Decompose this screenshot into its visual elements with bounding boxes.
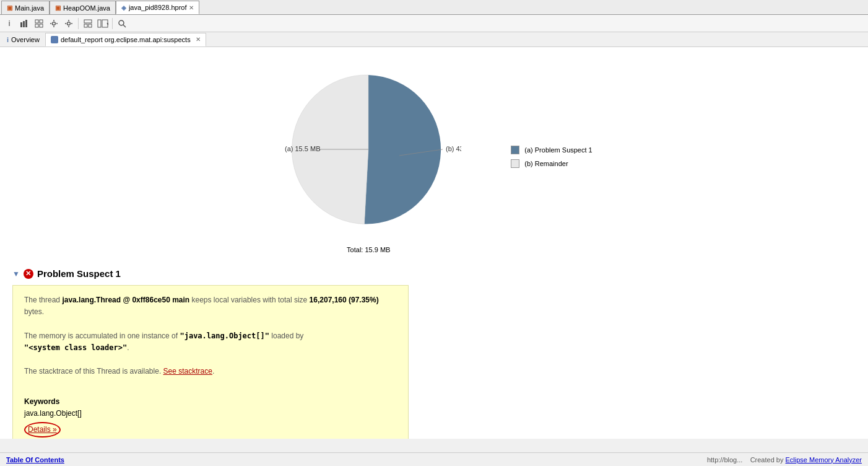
suspect-header[interactable]: ▼ ✕ Problem Suspect 1 bbox=[12, 268, 856, 279]
layout2-button[interactable]: ▼ bbox=[96, 17, 110, 30]
legend-box-b bbox=[511, 159, 519, 168]
memory-text-3: . bbox=[127, 343, 129, 352]
hprof-icon: ◈ bbox=[121, 4, 126, 11]
keywords-section: Keywords java.lang.Object[] bbox=[24, 396, 397, 420]
desc-bold-size: 16,207,160 (97.35%) bbox=[310, 296, 379, 304]
chart-button[interactable] bbox=[17, 17, 31, 30]
svg-point-8 bbox=[67, 22, 71, 25]
legend-label-b: (b) Remainder bbox=[524, 160, 568, 167]
legend-label-a: (a) Problem Suspect 1 bbox=[524, 146, 592, 154]
svg-rect-10 bbox=[84, 24, 87, 27]
svg-rect-0 bbox=[20, 22, 22, 27]
svg-rect-9 bbox=[84, 20, 92, 23]
error-icon: ✕ bbox=[24, 269, 33, 279]
svg-rect-4 bbox=[40, 20, 43, 23]
info-box: The thread java.lang.Thread @ 0xff86ce50… bbox=[12, 285, 409, 439]
pie-chart: (a) 15.5 MB (b) 430.4 KB bbox=[276, 59, 461, 241]
svg-rect-6 bbox=[40, 24, 43, 27]
memory-bold-1: "java.lang.Object[]" bbox=[180, 332, 269, 340]
chart-area: (a) 15.5 MB (b) 430.4 KB Total: 15.9 MB … bbox=[0, 47, 868, 266]
memory-text-2: loaded by bbox=[269, 332, 303, 340]
tab-overview-label: Overview bbox=[11, 36, 40, 43]
collapse-arrow-icon[interactable]: ▼ bbox=[12, 270, 20, 278]
desc-bold-thread: java.lang.Thread @ 0xff86ce50 main bbox=[62, 296, 189, 304]
details-link-container: Details » bbox=[24, 422, 397, 437]
desc-text-3: bytes. bbox=[24, 307, 44, 316]
info-description: The thread java.lang.Thread @ 0xff86ce50… bbox=[24, 294, 397, 318]
toolbar: i ▼ bbox=[0, 15, 868, 32]
close-icon[interactable]: ✕ bbox=[196, 36, 201, 43]
svg-rect-3 bbox=[35, 20, 38, 23]
stacktrace-line: The stacktrace of this Thread is availab… bbox=[24, 366, 397, 377]
tab-heapoom-java-label: HeapOOM.java bbox=[63, 4, 110, 12]
tab-overview[interactable]: i Overview bbox=[1, 33, 45, 46]
legend-item-b: (b) Remainder bbox=[511, 159, 592, 168]
svg-point-15 bbox=[119, 20, 124, 25]
tab-default-report[interactable]: default_report org.eclipse.mat.api:suspe… bbox=[45, 33, 206, 46]
desc-text-1: The thread bbox=[24, 296, 62, 304]
label-a: (a) 15.5 MB bbox=[285, 145, 320, 152]
total-label: Total: 15.9 MB bbox=[347, 246, 390, 253]
svg-rect-1 bbox=[23, 21, 25, 27]
toc-link[interactable]: Table Of Contents bbox=[6, 456, 64, 464]
file-tab-bar: ▣ Main.java ▣ HeapOOM.java ◈ java_pid892… bbox=[0, 0, 868, 15]
memory-bold-2: "<system class loader>" bbox=[24, 343, 127, 352]
tab-hprof[interactable]: ◈ java_pid8928.hprof ✕ bbox=[116, 1, 200, 14]
legend-box-a bbox=[511, 146, 519, 154]
keywords-label: Keywords bbox=[24, 396, 397, 408]
legend: (a) Problem Suspect 1 (b) Remainder bbox=[511, 146, 592, 168]
suspect-section: ▼ ✕ Problem Suspect 1 The thread java.la… bbox=[0, 268, 868, 439]
tab-heapoom-java[interactable]: ▣ HeapOOM.java bbox=[50, 1, 116, 14]
pie-svg: (a) 15.5 MB (b) 430.4 KB bbox=[276, 59, 461, 239]
svg-point-7 bbox=[53, 22, 56, 25]
bottom-bar: Table Of Contents http://blog... Created… bbox=[0, 452, 868, 466]
stacktrace-period: . bbox=[212, 367, 214, 376]
view-tab-bar: i Overview default_report org.eclipse.ma… bbox=[0, 32, 868, 47]
desc-text-2: keeps local variables with total size bbox=[189, 296, 309, 304]
suspect-title: Problem Suspect 1 bbox=[37, 268, 121, 279]
memory-line: The memory is accumulated in one instanc… bbox=[24, 330, 397, 354]
tab-hprof-label: java_pid8928.hprof bbox=[129, 4, 187, 11]
tab-main-java-label: Main.java bbox=[15, 4, 44, 12]
java-icon: ▣ bbox=[55, 4, 61, 11]
close-icon[interactable]: ✕ bbox=[189, 4, 194, 11]
memory-text-1: The memory is accumulated in one instanc… bbox=[24, 332, 180, 340]
label-b: (b) 430.4 KB bbox=[446, 145, 461, 152]
grid-button[interactable] bbox=[32, 17, 46, 30]
details-link[interactable]: Details » bbox=[24, 422, 61, 437]
ema-link[interactable]: Eclipse Memory Analyzer bbox=[786, 456, 862, 464]
stacktrace-text: The stacktrace of this Thread is availab… bbox=[24, 367, 163, 376]
svg-rect-2 bbox=[25, 20, 27, 27]
layout-button[interactable] bbox=[81, 17, 95, 30]
separator2 bbox=[112, 18, 113, 29]
java-icon: ▣ bbox=[7, 4, 12, 11]
svg-text:▼: ▼ bbox=[106, 22, 108, 26]
report-icon bbox=[51, 36, 58, 43]
tab-default-report-label: default_report org.eclipse.mat.api:suspe… bbox=[61, 36, 191, 43]
search-button[interactable] bbox=[115, 17, 129, 30]
main-content: (a) 15.5 MB (b) 430.4 KB Total: 15.9 MB … bbox=[0, 47, 868, 439]
see-stacktrace-link[interactable]: See stacktrace bbox=[163, 367, 212, 376]
settings2-button[interactable] bbox=[62, 17, 76, 30]
legend-item-a: (a) Problem Suspect 1 bbox=[511, 146, 592, 154]
svg-rect-11 bbox=[89, 24, 92, 27]
credit-label: Created by bbox=[750, 456, 786, 464]
pie-slice-a bbox=[365, 75, 441, 224]
separator bbox=[78, 18, 79, 29]
credit-text: http://blog... Created by Eclipse Memory… bbox=[707, 456, 862, 464]
url-text: http://blog... bbox=[707, 456, 749, 464]
pie-chart-container: (a) 15.5 MB (b) 430.4 KB Total: 15.9 MB bbox=[276, 59, 461, 253]
info-button[interactable]: i bbox=[2, 17, 16, 30]
keyword-value: java.lang.Object[] bbox=[24, 408, 397, 420]
settings-button[interactable] bbox=[47, 17, 61, 30]
svg-line-16 bbox=[123, 25, 126, 27]
info-icon: i bbox=[7, 36, 9, 43]
tab-main-java[interactable]: ▣ Main.java bbox=[1, 1, 50, 14]
svg-rect-12 bbox=[98, 20, 101, 27]
svg-rect-5 bbox=[35, 24, 38, 27]
